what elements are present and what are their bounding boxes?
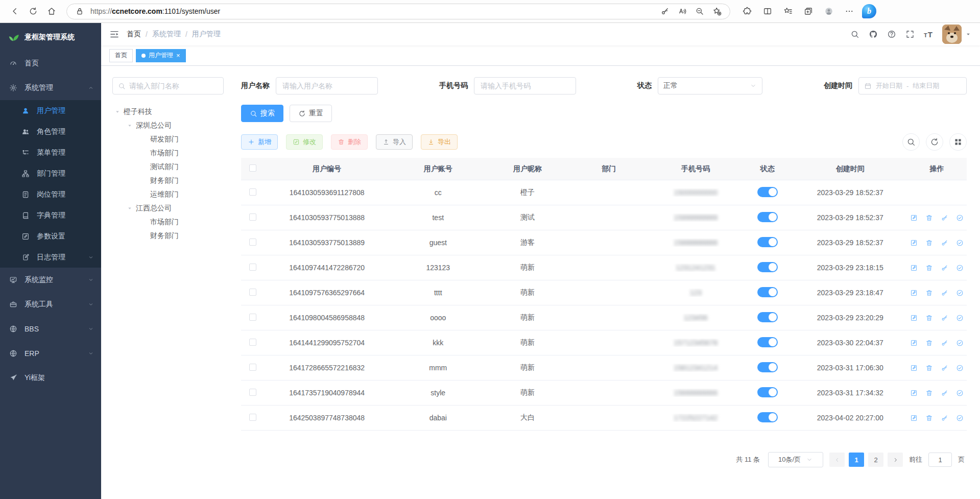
reset-password-icon[interactable]	[941, 414, 948, 422]
edit-row-icon[interactable]	[910, 364, 918, 372]
row-checkbox[interactable]	[249, 264, 256, 271]
reset-password-icon[interactable]	[941, 289, 948, 297]
page-button-2[interactable]: 2	[868, 453, 883, 467]
browser-profile-icon[interactable]	[821, 4, 836, 19]
reset-password-icon[interactable]	[941, 214, 948, 222]
status-toggle[interactable]	[757, 287, 778, 297]
page-size-select[interactable]: 10条/页	[768, 452, 823, 467]
reset-password-icon[interactable]	[941, 239, 948, 247]
toggle-search-button[interactable]	[902, 133, 920, 151]
help-icon[interactable]	[887, 30, 896, 39]
next-page-button[interactable]	[888, 453, 903, 467]
export-button[interactable]: 导出	[421, 134, 458, 150]
status-toggle[interactable]	[757, 212, 778, 222]
split-screen-icon[interactable]	[760, 4, 775, 19]
row-checkbox[interactable]	[249, 314, 256, 321]
sidebar-item-角色管理[interactable]: 角色管理	[0, 121, 101, 142]
row-checkbox[interactable]	[249, 213, 256, 221]
reset-button[interactable]: 重置	[290, 105, 332, 122]
tree-node-财务部门[interactable]: 财务部门	[112, 174, 224, 187]
fullscreen-icon[interactable]	[905, 30, 915, 39]
assign-role-icon[interactable]	[956, 389, 964, 397]
status-toggle[interactable]	[757, 187, 778, 197]
assign-role-icon[interactable]	[956, 339, 964, 347]
font-size-icon[interactable]: TT	[924, 30, 933, 39]
assign-role-icon[interactable]	[956, 314, 964, 322]
edit-row-icon[interactable]	[910, 414, 918, 422]
sidebar-item-ERP[interactable]: ERP	[0, 341, 101, 366]
row-checkbox[interactable]	[249, 289, 256, 296]
breadcrumb-item[interactable]: 首页	[127, 30, 141, 39]
header-search-icon[interactable]	[850, 30, 859, 39]
row-checkbox[interactable]	[249, 239, 256, 246]
tree-node-深圳总公司[interactable]: 深圳总公司	[112, 118, 224, 132]
sidebar-item-字典管理[interactable]: 字典管理	[0, 205, 101, 226]
date-range-picker[interactable]: 开始日期 - 结束日期	[858, 77, 967, 94]
read-aloud-icon[interactable]	[676, 5, 689, 18]
sidebar-item-系统管理[interactable]: 系统管理	[0, 76, 101, 100]
reset-password-icon[interactable]	[941, 339, 948, 347]
sidebar-item-菜单管理[interactable]: 菜单管理	[0, 142, 101, 163]
edit-row-icon[interactable]	[910, 389, 918, 397]
refresh-table-button[interactable]	[926, 133, 943, 151]
sidebar-item-BBS[interactable]: BBS	[0, 317, 101, 341]
assign-role-icon[interactable]	[956, 414, 964, 422]
tab-用户管理[interactable]: 用户管理×	[136, 49, 186, 62]
favorites-bar-icon[interactable]	[780, 4, 796, 19]
delete-row-icon[interactable]	[925, 414, 933, 422]
address-bar[interactable]: https://ccnetcore.com:1101/system/user	[66, 4, 730, 19]
home-icon[interactable]	[44, 4, 59, 19]
collections-icon[interactable]	[801, 4, 816, 19]
assign-role-icon[interactable]	[956, 239, 964, 247]
row-checkbox[interactable]	[249, 389, 256, 396]
sidebar-item-用户管理[interactable]: 用户管理	[0, 100, 101, 121]
assign-role-icon[interactable]	[956, 289, 964, 297]
favorite-star-icon[interactable]	[710, 5, 724, 18]
zoom-out-icon[interactable]	[693, 5, 706, 18]
delete-row-icon[interactable]	[925, 314, 933, 322]
page-button-1[interactable]: 1	[849, 453, 864, 467]
sidebar-item-日志管理[interactable]: 日志管理	[0, 247, 101, 268]
add-button[interactable]: 新增	[241, 134, 278, 150]
sidebar-item-部门管理[interactable]: 部门管理	[0, 163, 101, 184]
sidebar-item-首页[interactable]: 首页	[0, 51, 101, 76]
status-toggle[interactable]	[757, 387, 778, 397]
select-all-checkbox[interactable]	[249, 164, 256, 172]
sidebar-item-岗位管理[interactable]: 岗位管理	[0, 184, 101, 205]
prev-page-button[interactable]	[829, 453, 845, 467]
sidebar-toggle-icon[interactable]	[109, 29, 119, 39]
column-settings-button[interactable]	[949, 133, 967, 151]
dept-search-input[interactable]	[129, 82, 218, 90]
edit-row-icon[interactable]	[910, 289, 918, 297]
edit-row-icon[interactable]	[910, 239, 918, 247]
row-checkbox[interactable]	[249, 414, 256, 421]
github-icon[interactable]	[869, 30, 878, 39]
status-toggle[interactable]	[757, 237, 778, 247]
reset-password-icon[interactable]	[941, 264, 948, 272]
breadcrumb-item[interactable]: 系统管理	[152, 30, 181, 39]
search-button[interactable]: 搜索	[241, 105, 283, 122]
avatar[interactable]	[942, 25, 962, 44]
reset-password-icon[interactable]	[941, 314, 948, 322]
assign-role-icon[interactable]	[956, 264, 964, 272]
delete-row-icon[interactable]	[925, 239, 933, 247]
username-input[interactable]	[276, 77, 378, 94]
reset-password-icon[interactable]	[941, 389, 948, 397]
close-tab-icon[interactable]: ×	[176, 52, 180, 59]
sidebar-item-系统监控[interactable]: 系统监控	[0, 268, 101, 292]
sidebar-item-系统工具[interactable]: 系统工具	[0, 292, 101, 317]
status-toggle[interactable]	[757, 337, 778, 347]
edit-button[interactable]: 修改	[286, 134, 323, 150]
tree-node-橙子科技[interactable]: 橙子科技	[112, 105, 224, 118]
tree-node-市场部门[interactable]: 市场部门	[112, 215, 224, 229]
status-toggle[interactable]	[757, 262, 778, 272]
tree-node-测试部门[interactable]: 测试部门	[112, 160, 224, 174]
user-avatar-dropdown[interactable]	[942, 25, 972, 44]
tree-expand-caret-icon[interactable]	[127, 205, 133, 211]
browser-menu-icon[interactable]	[842, 4, 857, 19]
delete-row-icon[interactable]	[925, 214, 933, 222]
tab-首页[interactable]: 首页	[109, 49, 133, 62]
import-button[interactable]: 导入	[376, 134, 413, 150]
status-toggle[interactable]	[757, 412, 778, 422]
delete-button[interactable]: 删除	[331, 134, 368, 150]
